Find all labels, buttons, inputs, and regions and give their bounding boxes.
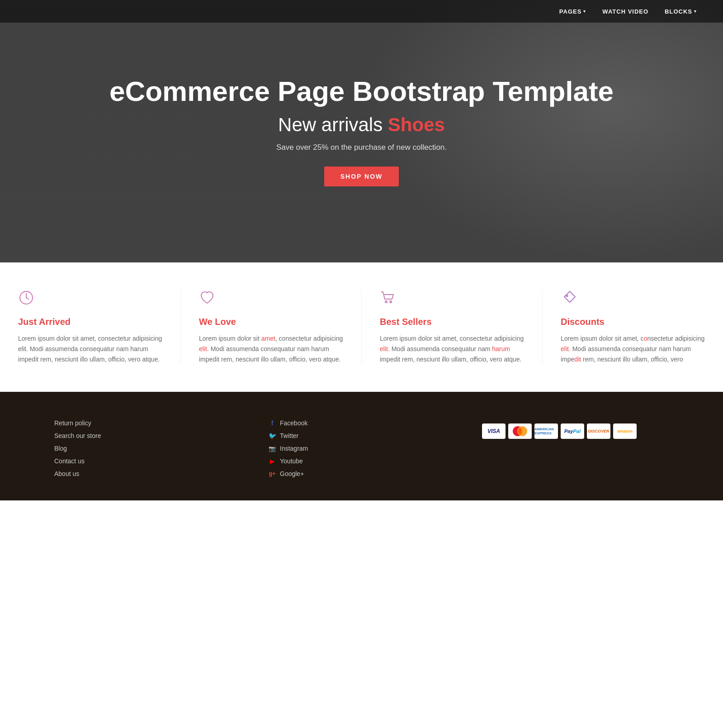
footer-link-contact-us[interactable]: Contact us <box>54 457 85 465</box>
social-twitter-label: Twitter <box>280 432 298 439</box>
hero-subtitle: New arrivals Shoes <box>109 114 614 136</box>
feature-discounts-link[interactable]: o <box>644 335 647 342</box>
nav-watch-video[interactable]: WATCH VIDEO <box>594 8 657 15</box>
feature-we-love-link-amet[interactable]: amet <box>261 335 275 342</box>
facebook-icon: f <box>268 419 276 427</box>
footer-link-item-return-policy: Return policy <box>54 419 241 427</box>
social-google-plus-item: g+ Google+ <box>268 470 455 478</box>
feature-just-arrived-title: Just Arrived <box>18 317 162 327</box>
footer-link-item-about-us: About us <box>54 470 241 478</box>
social-facebook-item: f Facebook <box>268 419 455 427</box>
social-google-plus-link[interactable]: g+ Google+ <box>268 470 304 478</box>
chevron-down-icon-2: ▾ <box>694 9 697 14</box>
social-facebook-label: Facebook <box>280 419 307 427</box>
footer-link-item-search-store: Search our store <box>54 432 241 440</box>
social-instagram-label: Instagram <box>280 445 308 452</box>
feature-best-sellers-link-harum[interactable]: harum <box>492 345 510 352</box>
feature-best-sellers-text: Lorem ipsum dolor sit amet, consectetur … <box>380 333 524 365</box>
social-youtube-item: ▶ Youtube <box>268 457 455 465</box>
hero-subtitle-text: New arrivals <box>278 114 388 135</box>
hero-subtitle-accent: Shoes <box>388 114 445 135</box>
nav-pages[interactable]: PAGES ▾ <box>551 8 595 15</box>
payment-amex: AMERICAN EXPRESS <box>534 423 558 439</box>
social-facebook-link[interactable]: f Facebook <box>268 419 307 427</box>
feature-just-arrived-text: Lorem ipsum dolor sit amet, consectetur … <box>18 333 162 365</box>
feature-discounts-link2: dit <box>574 356 581 363</box>
svg-point-6 <box>567 295 568 297</box>
feature-best-sellers-title: Best Sellers <box>380 317 524 327</box>
nav-pages-label: PAGES <box>559 8 582 15</box>
footer-link-about-us[interactable]: About us <box>54 470 79 477</box>
footer-link-item-contact-us: Contact us <box>54 457 241 465</box>
feature-we-love-title: We Love <box>199 317 343 327</box>
youtube-icon: ▶ <box>268 457 276 465</box>
chevron-down-icon: ▾ <box>583 9 586 14</box>
tag-icon <box>561 290 705 309</box>
nav-blocks[interactable]: BLOCKS ▾ <box>657 8 705 15</box>
shop-now-button[interactable]: SHOP NOW <box>324 167 399 186</box>
hero-main-title: eCommerce Page Bootstrap Template <box>109 76 614 107</box>
feature-discounts-link-elit[interactable]: elit. <box>561 345 571 352</box>
footer-link-blog[interactable]: Blog <box>54 445 67 452</box>
twitter-icon: 🐦 <box>268 432 276 440</box>
social-youtube-link[interactable]: ▶ Youtube <box>268 457 303 465</box>
svg-point-4 <box>390 301 392 303</box>
payment-paypal: PayPal <box>561 423 584 439</box>
feature-we-love-text: Lorem ipsum dolor sit amet, consectetur … <box>199 333 343 365</box>
payment-icons-container: VISA AMERICAN EXPRESS PayPal DISCOVER <box>482 423 669 439</box>
feature-we-love-link-elit[interactable]: elit. <box>199 345 209 352</box>
nav-watch-video-label: WATCH VIDEO <box>602 8 648 15</box>
google-plus-icon: g+ <box>268 470 276 478</box>
cart-icon <box>380 290 524 309</box>
features-section: Just Arrived Lorem ipsum dolor sit amet,… <box>0 262 723 392</box>
feature-best-sellers: Best Sellers Lorem ipsum dolor sit amet,… <box>362 290 543 365</box>
footer-payment-column: VISA AMERICAN EXPRESS PayPal DISCOVER <box>482 419 669 482</box>
feature-discounts-text: Lorem ipsum dolor sit amet, consectetur … <box>561 333 705 365</box>
social-twitter-link[interactable]: 🐦 Twitter <box>268 432 298 440</box>
social-instagram-item: 📷 Instagram <box>268 444 455 452</box>
footer: Return policy Search our store Blog Cont… <box>0 392 723 500</box>
social-links-list: f Facebook 🐦 Twitter 📷 Instagram <box>268 419 455 478</box>
feature-best-sellers-link-elit[interactable]: elit. <box>380 345 390 352</box>
payment-discover: DISCOVER <box>587 423 610 439</box>
payment-visa: VISA <box>482 423 506 439</box>
social-twitter-item: 🐦 Twitter <box>268 432 455 440</box>
feature-discounts-title: Discounts <box>561 317 705 327</box>
nav-blocks-label: BLOCKS <box>665 8 692 15</box>
footer-links-column: Return policy Search our store Blog Cont… <box>54 419 241 482</box>
social-google-plus-label: Google+ <box>280 470 304 477</box>
footer-link-search-store[interactable]: Search our store <box>54 432 101 439</box>
footer-nav-links: Return policy Search our store Blog Cont… <box>54 419 241 478</box>
social-instagram-link[interactable]: 📷 Instagram <box>268 444 308 452</box>
instagram-icon: 📷 <box>268 444 276 452</box>
social-youtube-label: Youtube <box>280 457 303 465</box>
footer-social-column: f Facebook 🐦 Twitter 📷 Instagram <box>268 419 455 482</box>
payment-amazon: amazon <box>613 423 637 439</box>
clock-icon <box>18 290 162 309</box>
hero-description: Save over 25% on the purchase of new col… <box>109 143 614 152</box>
feature-discounts: Discounts Lorem ipsum dolor sit amet, co… <box>543 290 723 365</box>
payment-mastercard <box>508 423 532 439</box>
footer-content: Return policy Search our store Blog Cont… <box>0 419 723 482</box>
hero-content: eCommerce Page Bootstrap Template New ar… <box>91 76 632 186</box>
svg-point-3 <box>385 301 387 303</box>
feature-we-love: We Love Lorem ipsum dolor sit amet, cons… <box>181 290 362 365</box>
footer-link-item-blog: Blog <box>54 444 241 452</box>
hero-section: eCommerce Page Bootstrap Template New ar… <box>0 0 723 262</box>
navbar: PAGES ▾ WATCH VIDEO BLOCKS ▾ <box>0 0 723 23</box>
heart-icon <box>199 290 343 309</box>
feature-just-arrived: Just Arrived Lorem ipsum dolor sit amet,… <box>0 290 181 365</box>
svg-line-2 <box>26 298 29 300</box>
footer-link-return-policy[interactable]: Return policy <box>54 419 91 427</box>
